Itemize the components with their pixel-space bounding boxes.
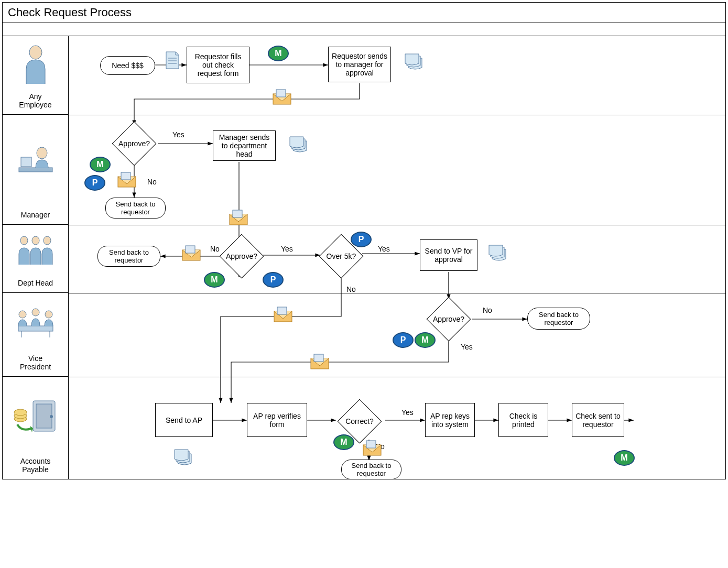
lane-label: Dept Head	[3, 225, 68, 293]
badge-m-icon: M	[268, 46, 289, 61]
svg-rect-31	[277, 307, 287, 314]
edge-label-yes: Yes	[281, 245, 293, 253]
terminator-dept-sendback: Send back to requestor	[97, 246, 160, 267]
lane-role-icon	[12, 377, 59, 457]
terminator-need: Need $$$	[100, 56, 155, 75]
diagram-title: Check Request Process	[3, 3, 725, 23]
terminator-vp-sendback: Send back to requestor	[527, 308, 590, 330]
svg-point-5	[32, 236, 39, 245]
flow-canvas: Need $$$ Requestor fills out check reque…	[69, 36, 725, 479]
edge-label-yes: Yes	[401, 408, 414, 417]
terminator-ap-sendback: Send back to requestor	[341, 460, 401, 479]
process-to-ap: Send to AP	[155, 403, 213, 437]
badge-m-icon: M	[204, 272, 225, 288]
process-fill-form: Requestor fills out check request form	[187, 47, 249, 83]
lane-caption: AnyEmployee	[19, 92, 51, 109]
svg-point-8	[19, 311, 26, 318]
svg-rect-1	[19, 168, 52, 172]
badge-p-icon: P	[84, 175, 105, 191]
svg-rect-35	[366, 441, 376, 448]
mail-icon	[272, 89, 292, 105]
svg-point-15	[50, 415, 53, 418]
badge-p-icon: P	[351, 232, 372, 247]
documents-icon	[289, 135, 313, 156]
lane-caption: Dept Head	[18, 279, 53, 287]
edge-label-no: No	[346, 285, 356, 293]
svg-point-18	[14, 409, 27, 416]
title-spacer	[3, 23, 725, 36]
svg-rect-2	[21, 157, 31, 167]
badge-p-icon: P	[263, 272, 284, 288]
badge-p-icon: P	[393, 332, 414, 348]
decision-dept-approve: Approve?	[218, 233, 265, 280]
mail-icon	[310, 353, 330, 370]
svg-point-0	[29, 46, 42, 59]
edge-label-no: No	[483, 306, 492, 314]
svg-rect-27	[233, 210, 242, 217]
badge-m-icon: M	[90, 157, 111, 172]
process-ap-key: AP rep keys into system	[425, 403, 475, 437]
process-sent: Check sent to requestor	[572, 403, 624, 437]
mail-icon	[362, 440, 382, 456]
svg-point-6	[44, 236, 51, 245]
mail-icon	[273, 306, 293, 323]
svg-rect-29	[186, 246, 195, 253]
swimlanes: AnyEmployeeManagerDept HeadVicePresident…	[3, 36, 725, 479]
lane-caption: AccountsPayable	[20, 457, 51, 474]
edge-label-yes: Yes	[172, 130, 184, 139]
svg-rect-33	[314, 354, 323, 362]
process-ap-verify: AP rep verifies form	[247, 403, 307, 437]
svg-rect-25	[121, 172, 131, 180]
documents-icon	[488, 243, 512, 264]
badge-m-icon: M	[333, 434, 354, 450]
svg-point-4	[20, 236, 28, 245]
svg-rect-14	[36, 404, 52, 428]
process-mgr-todept: Manager sends to department head	[213, 130, 276, 161]
edge-label-yes: Yes	[461, 343, 473, 351]
process-send-mgr: Requestor sends to manager for approval	[328, 47, 391, 82]
svg-point-10	[45, 311, 52, 318]
edge-label-yes: Yes	[378, 245, 390, 253]
decision-mgr-approve: Approve?	[111, 120, 158, 167]
lane-role-icon	[15, 225, 57, 279]
lane-label: AnyEmployee	[3, 36, 68, 115]
badge-m-icon: M	[614, 450, 635, 466]
process-print: Check is printed	[498, 403, 548, 437]
diagram-frame: Check Request Process AnyEmployeeManager…	[2, 2, 726, 479]
documents-icon	[173, 447, 198, 468]
svg-rect-23	[276, 90, 286, 97]
svg-point-3	[37, 147, 47, 159]
mail-icon	[181, 245, 201, 261]
lane-label: AccountsPayable	[3, 377, 68, 479]
lane-role-icon	[20, 36, 51, 92]
documents-icon	[404, 52, 428, 73]
document-icon	[165, 51, 180, 71]
mail-icon	[229, 209, 248, 226]
lane-role-icon	[15, 115, 57, 211]
badge-m-icon: M	[415, 332, 436, 348]
process-to-vp: Send to VP for approval	[420, 239, 477, 271]
edge-label-no: No	[147, 178, 157, 186]
lane-caption: VicePresident	[20, 354, 51, 371]
svg-point-9	[32, 309, 39, 316]
lane-caption: Manager	[21, 211, 50, 219]
edge-label-no: No	[210, 245, 220, 253]
lane-label: Manager	[3, 115, 68, 225]
lane-role-icon	[12, 293, 59, 354]
terminator-mgr-sendback: Send back to requestor	[105, 198, 166, 219]
mail-icon	[117, 171, 137, 188]
svg-rect-7	[18, 326, 53, 331]
lane-label: VicePresident	[3, 293, 68, 377]
lane-labels-column: AnyEmployeeManagerDept HeadVicePresident…	[3, 36, 69, 479]
